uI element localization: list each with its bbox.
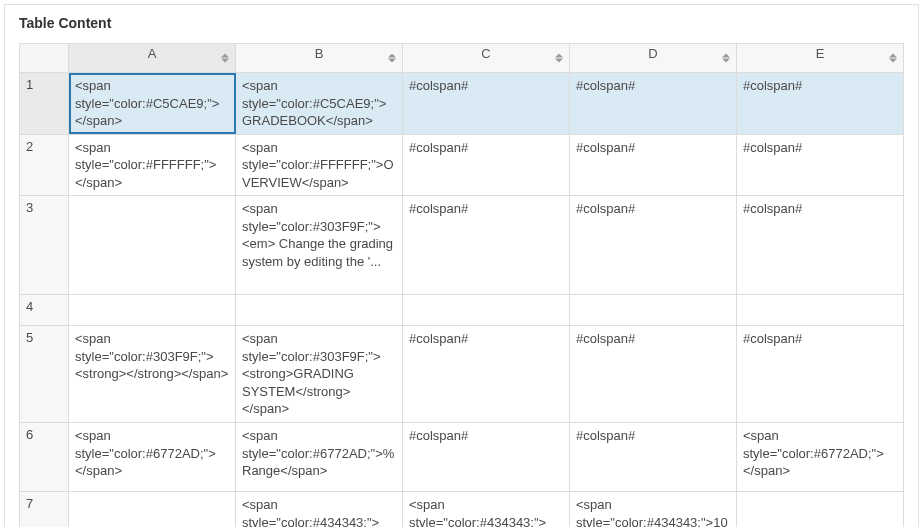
sort-icon[interactable] (722, 54, 730, 63)
cell[interactable] (236, 295, 403, 326)
cell[interactable]: <span style="color:#434343;">10000.0</sp… (570, 492, 737, 527)
col-header-a[interactable]: A (69, 44, 236, 73)
col-header-e[interactable]: E (737, 44, 904, 73)
spreadsheet-grid[interactable]: ABCDE 1<span style="color:#C5CAE9;"></sp… (19, 43, 904, 527)
cell[interactable]: <span style="color:#6772AD;"></span> (69, 423, 236, 492)
col-header-label: C (481, 46, 490, 61)
cell[interactable]: #colspan# (570, 423, 737, 492)
sort-icon[interactable] (221, 54, 229, 63)
cell[interactable]: <span style="color:#303F9F;"><em> Change… (236, 196, 403, 295)
col-header-b[interactable]: B (236, 44, 403, 73)
sort-icon[interactable] (889, 54, 897, 63)
cell[interactable]: #colspan# (737, 73, 904, 135)
grid-wrap: ABCDE 1<span style="color:#C5CAE9;"></sp… (5, 43, 918, 527)
col-header-c[interactable]: C (403, 44, 570, 73)
row-header[interactable]: 6 (20, 423, 69, 492)
cell[interactable]: <span style="color:#C5CAE9;"></span> (69, 73, 236, 135)
cell[interactable]: #colspan# (570, 196, 737, 295)
cell[interactable] (69, 196, 236, 295)
corner-cell[interactable] (20, 44, 69, 73)
cell[interactable]: <span style="color:#303F9F;"><strong>GRA… (236, 326, 403, 423)
cell[interactable] (737, 492, 904, 527)
table-row: 4 (20, 295, 904, 326)
row-header[interactable]: 4 (20, 295, 69, 326)
table-row: 2<span style="color:#FFFFFF;"></span><sp… (20, 134, 904, 196)
col-header-label: D (648, 46, 657, 61)
cell[interactable] (403, 295, 570, 326)
cell[interactable]: <span style="color:#6772AD;">% Range</sp… (236, 423, 403, 492)
cell[interactable]: #colspan# (737, 196, 904, 295)
cell[interactable]: #colspan# (570, 134, 737, 196)
cell[interactable]: <span style="color:#FFFFFF;"></span> (69, 134, 236, 196)
table-row: 1<span style="color:#C5CAE9;"></span><sp… (20, 73, 904, 135)
table-row: 5<span style="color:#303F9F;"><strong></… (20, 326, 904, 423)
row-header[interactable]: 2 (20, 134, 69, 196)
panel-title: Table Content (5, 5, 918, 43)
sort-icon[interactable] (555, 54, 563, 63)
cell[interactable]: <span style="color:#6772AD;"></span> (737, 423, 904, 492)
row-header[interactable]: 1 (20, 73, 69, 135)
cell[interactable] (737, 295, 904, 326)
grid-body: 1<span style="color:#C5CAE9;"></span><sp… (20, 73, 904, 528)
cell[interactable]: #colspan# (403, 73, 570, 135)
cell[interactable]: #colspan# (403, 134, 570, 196)
cell[interactable]: <span style="color:#FFFFFF;">OVERVIEW</s… (236, 134, 403, 196)
sort-icon[interactable] (388, 54, 396, 63)
cell[interactable]: #colspan# (570, 326, 737, 423)
col-header-label: E (816, 46, 825, 61)
row-header[interactable]: 7 (20, 492, 69, 527)
cell[interactable]: #colspan# (570, 73, 737, 135)
cell[interactable]: <span style="color:#434343;"></span> (403, 492, 570, 527)
cell[interactable] (69, 492, 236, 527)
cell[interactable]: #colspan# (737, 326, 904, 423)
table-content-panel: Table Content ABCDE 1<span style="color:… (4, 4, 919, 527)
row-header[interactable]: 5 (20, 326, 69, 423)
cell[interactable]: #colspan# (403, 423, 570, 492)
cell[interactable]: #colspan# (403, 326, 570, 423)
cell[interactable]: #colspan# (403, 196, 570, 295)
col-header-d[interactable]: D (570, 44, 737, 73)
cell[interactable]: <span style="color:#C5CAE9;">GRADEBOOK</… (236, 73, 403, 135)
table-row: 6<span style="color:#6772AD;"></span><sp… (20, 423, 904, 492)
table-row: 3<span style="color:#303F9F;"><em> Chang… (20, 196, 904, 295)
cell[interactable] (69, 295, 236, 326)
cell[interactable] (570, 295, 737, 326)
column-header-row: ABCDE (20, 44, 904, 73)
cell[interactable]: #colspan# (737, 134, 904, 196)
col-header-label: A (148, 46, 157, 61)
table-row: 7<span style="color:#434343;"></span><sp… (20, 492, 904, 527)
cell[interactable]: <span style="color:#303F9F;"><strong></s… (69, 326, 236, 423)
col-header-label: B (315, 46, 324, 61)
cell[interactable]: <span style="color:#434343;"></span> (236, 492, 403, 527)
row-header[interactable]: 3 (20, 196, 69, 295)
